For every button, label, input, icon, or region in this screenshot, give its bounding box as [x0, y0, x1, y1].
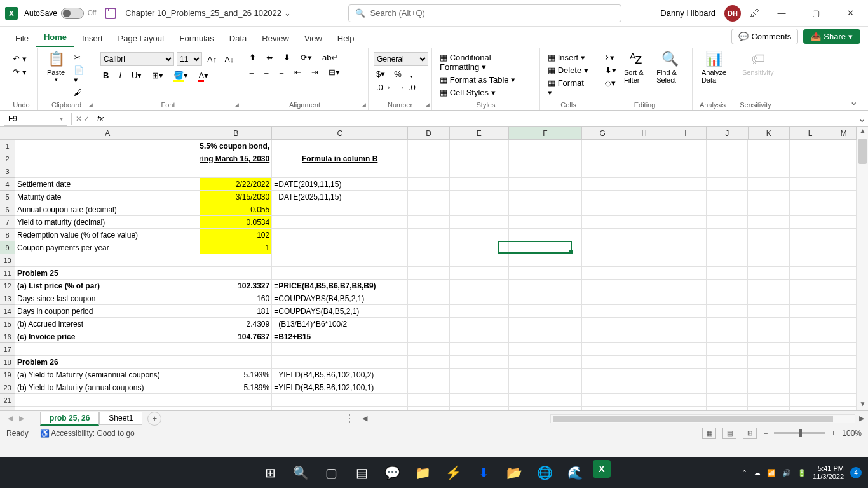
cell-L11[interactable]	[790, 267, 831, 280]
cell-B17[interactable]	[200, 343, 272, 356]
cell-G4[interactable]	[582, 178, 623, 191]
vertical-scrollbar[interactable]: ▲ ▼	[857, 127, 868, 410]
fx-icon[interactable]: fx	[93, 114, 107, 123]
tab-view[interactable]: View	[297, 30, 330, 47]
cell-G5[interactable]	[582, 191, 623, 203]
cell-M10[interactable]	[831, 254, 857, 267]
cell-E22[interactable]	[450, 407, 509, 410]
save-icon[interactable]	[105, 8, 116, 19]
cell-G2[interactable]	[582, 152, 623, 165]
cell-L17[interactable]	[790, 343, 831, 356]
cell-E16[interactable]	[450, 330, 509, 343]
horizontal-scrollbar[interactable]	[550, 414, 855, 423]
cell-G14[interactable]	[582, 305, 623, 318]
cancel-formula-button[interactable]: ✕	[76, 114, 82, 123]
number-launcher[interactable]: ◢	[425, 102, 430, 108]
cell-L13[interactable]	[790, 292, 831, 305]
cell-D18[interactable]	[408, 356, 449, 369]
cell-H22[interactable]	[623, 407, 665, 410]
cell-B7[interactable]: 0.0534	[200, 216, 272, 229]
cell-I8[interactable]	[665, 229, 707, 241]
cell-K19[interactable]	[748, 369, 789, 381]
cell-A6[interactable]: Annual coupon rate (decimal)	[15, 203, 200, 216]
merge-button[interactable]: ⊟▾	[326, 67, 342, 78]
format-as-table-button[interactable]: ▦ Format as Table ▾	[437, 74, 518, 85]
row-header[interactable]: 4	[0, 178, 15, 191]
cell-B18[interactable]	[200, 356, 272, 369]
cell-H9[interactable]	[623, 241, 665, 254]
row-header[interactable]: 19	[0, 369, 15, 381]
cell-C2[interactable]: Formula in column B	[272, 152, 408, 165]
cell-J22[interactable]	[707, 407, 748, 410]
dropbox-icon[interactable]: ⬇	[471, 460, 496, 485]
avatar[interactable]: DH	[724, 5, 741, 22]
cell-A7[interactable]: Yield to maturity (decimal)	[15, 216, 200, 229]
cell-D22[interactable]	[408, 407, 449, 410]
cell-H10[interactable]	[623, 254, 665, 267]
cell-M4[interactable]	[831, 178, 857, 191]
cell-M12[interactable]	[831, 280, 857, 292]
cell-M22[interactable]	[831, 407, 857, 410]
minimize-button[interactable]: —	[769, 4, 794, 23]
cell-L9[interactable]	[790, 241, 831, 254]
cell-C11[interactable]	[272, 267, 408, 280]
cell-I13[interactable]	[665, 292, 707, 305]
row-header[interactable]: 17	[0, 343, 15, 356]
excel-taskbar-icon[interactable]: X	[593, 460, 611, 478]
cell-B9[interactable]: 1	[200, 241, 272, 254]
sheet-nav-next[interactable]: ▶	[19, 414, 24, 423]
username[interactable]: Danny Hibbard	[660, 8, 715, 18]
cell-J6[interactable]	[707, 203, 748, 216]
tab-page-layout[interactable]: Page Layout	[111, 30, 172, 47]
cell-D3[interactable]	[408, 165, 449, 178]
cell-K20[interactable]	[748, 381, 789, 394]
autosave-toggle[interactable]: AutoSave Off	[24, 8, 96, 19]
cell-E1[interactable]	[450, 140, 509, 152]
chrome-icon[interactable]: 🌐	[532, 460, 557, 485]
scroll-thumb[interactable]	[858, 139, 867, 164]
cell-G15[interactable]	[582, 318, 623, 330]
cell-H12[interactable]	[623, 280, 665, 292]
row-header[interactable]: 8	[0, 229, 15, 241]
cell-L14[interactable]	[790, 305, 831, 318]
maximize-button[interactable]: ▢	[803, 4, 829, 23]
cell-H3[interactable]	[623, 165, 665, 178]
cell-G13[interactable]	[582, 292, 623, 305]
cell-G10[interactable]	[582, 254, 623, 267]
cell-A14[interactable]: Days in coupon period	[15, 305, 200, 318]
sheet-bar-options[interactable]: ⋮	[341, 412, 358, 424]
cell-D11[interactable]	[408, 267, 449, 280]
row-header[interactable]: 14	[0, 305, 15, 318]
find-select-button[interactable]: 🔍Find & Select	[653, 50, 687, 85]
cell-F19[interactable]	[509, 369, 582, 381]
autosum-button[interactable]: Σ▾	[602, 52, 619, 63]
cell-I18[interactable]	[665, 356, 707, 369]
normal-view-button[interactable]: ▦	[702, 428, 716, 439]
cell-A8[interactable]: Redemption value (% of face value)	[15, 229, 200, 241]
cell-I4[interactable]	[665, 178, 707, 191]
col-header-c[interactable]: C	[272, 127, 408, 139]
cell-M1[interactable]	[831, 140, 857, 152]
cell-E14[interactable]	[450, 305, 509, 318]
cell-K14[interactable]	[748, 305, 789, 318]
cell-D2[interactable]	[408, 152, 449, 165]
cell-I14[interactable]	[665, 305, 707, 318]
cell-C18[interactable]	[272, 356, 408, 369]
redo-button[interactable]: ↷ ▾	[10, 67, 29, 78]
cell-A16[interactable]: (c) Invoice price	[15, 330, 200, 343]
col-header-d[interactable]: D	[408, 127, 449, 139]
cell-E11[interactable]	[450, 267, 509, 280]
cell-L20[interactable]	[790, 381, 831, 394]
cell-I10[interactable]	[665, 254, 707, 267]
cell-B12[interactable]: 102.3327	[200, 280, 272, 292]
cell-M7[interactable]	[831, 216, 857, 229]
number-format-select[interactable]: General	[374, 52, 428, 66]
cell-B4[interactable]: 2/22/2022	[200, 178, 272, 191]
tab-file[interactable]: File	[8, 30, 36, 47]
hscroll-right[interactable]: ▶	[855, 414, 868, 423]
app-icon[interactable]: ⚡	[440, 460, 466, 485]
cell-B11[interactable]	[200, 267, 272, 280]
cell-M15[interactable]	[831, 318, 857, 330]
cell-C14[interactable]: =COUPDAYS(B4,B5,2,1)	[272, 305, 408, 318]
cell-D20[interactable]	[408, 381, 449, 394]
